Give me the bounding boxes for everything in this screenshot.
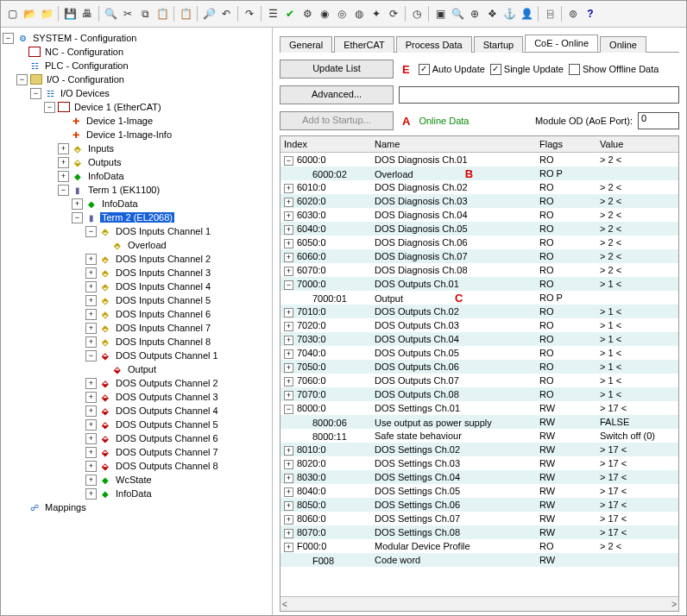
row-expander-icon[interactable]: + bbox=[284, 391, 293, 400]
row-expander-icon[interactable]: + bbox=[284, 267, 293, 276]
table-row[interactable]: +6030:0DOS Diagnosis Ch.04RO> 2 < bbox=[280, 208, 678, 222]
toolbar-paste2-icon[interactable]: 📋 bbox=[178, 6, 193, 22]
row-expander-icon[interactable]: + bbox=[284, 501, 293, 511]
expander-icon[interactable]: + bbox=[85, 392, 97, 403]
table-row[interactable]: +7020:0DOS Outputs Ch.03RO> 1 < bbox=[280, 318, 678, 332]
table-row[interactable]: +6050:0DOS Diagnosis Ch.06RO> 2 < bbox=[280, 236, 678, 249]
tree-item[interactable]: −I/O - Configuration bbox=[3, 72, 270, 86]
table-row[interactable]: +7060:0DOS Outputs Ch.07RO> 1 < bbox=[280, 374, 678, 387]
col-flags[interactable]: Flags bbox=[536, 139, 596, 149]
toolbar-refresh-icon[interactable]: ⟳ bbox=[386, 6, 401, 22]
tree-item[interactable]: ✚Device 1-Image bbox=[3, 114, 270, 128]
tab-startup[interactable]: Startup bbox=[474, 36, 523, 53]
row-expander-icon[interactable]: + bbox=[284, 474, 293, 483]
tree-item[interactable]: +⬙DOS Outputs Channel 2 bbox=[3, 376, 270, 390]
toolbar-net3-icon[interactable]: ◍ bbox=[351, 6, 367, 22]
nav-tree[interactable]: −⚙SYSTEM - ConfigurationNC - Configurati… bbox=[1, 28, 273, 615]
table-row[interactable]: +7030:0DOS Outputs Ch.04RO> 1 < bbox=[280, 332, 678, 346]
table-row[interactable]: +8060:0DOS Settings Ch.07RW> 17 < bbox=[280, 512, 678, 525]
update-list-button[interactable]: Update List bbox=[280, 60, 394, 79]
expander-icon[interactable]: + bbox=[85, 433, 97, 444]
tree-item[interactable]: −⚙SYSTEM - Configuration bbox=[3, 31, 270, 45]
tree-item[interactable]: +⬘DOS Inputs Channel 8 bbox=[3, 335, 270, 349]
table-row[interactable]: 8000:11Safe state behaviourRWSwitch off … bbox=[280, 429, 678, 443]
toolbar-net1-icon[interactable]: ◉ bbox=[317, 6, 332, 22]
toolbar-link-icon[interactable]: ⚙ bbox=[299, 6, 315, 22]
row-expander-icon[interactable]: + bbox=[284, 211, 293, 221]
row-expander-icon[interactable]: + bbox=[284, 515, 293, 525]
expander-icon[interactable]: − bbox=[85, 226, 97, 237]
col-index[interactable]: Index bbox=[280, 139, 371, 149]
toolbar-watch-icon[interactable]: ⊚ bbox=[565, 6, 581, 22]
table-row[interactable]: 8000:06Use output as power supplyDRWFALS… bbox=[280, 415, 678, 429]
tab-online[interactable]: Online bbox=[600, 36, 646, 53]
tree-item[interactable]: ☍Mappings bbox=[3, 500, 270, 514]
table-row[interactable]: +7050:0DOS Outputs Ch.06RO> 1 < bbox=[280, 360, 678, 374]
tree-item[interactable]: ☷PLC - Configuration bbox=[3, 59, 270, 72]
single-update-check[interactable]: ✓ Single Update bbox=[490, 64, 564, 75]
table-row[interactable]: +8050:0DOS Settings Ch.06RW> 17 < bbox=[280, 498, 678, 512]
tree-item[interactable]: +⬙DOS Outputs Channel 4 bbox=[3, 404, 270, 418]
expander-icon[interactable]: + bbox=[85, 461, 97, 472]
tree-item[interactable]: −⬘DOS Inputs Channel 1 bbox=[3, 224, 270, 238]
h-scrollbar[interactable]: <> bbox=[280, 596, 678, 611]
tree-item[interactable]: +⬘DOS Inputs Channel 6 bbox=[3, 307, 270, 321]
toolbar-tool1-icon[interactable]: ▣ bbox=[432, 6, 448, 22]
expander-icon[interactable]: + bbox=[85, 323, 97, 334]
table-row[interactable]: +6040:0DOS Diagnosis Ch.05RO> 2 < bbox=[280, 222, 678, 236]
module-od-input[interactable]: 0 bbox=[638, 112, 679, 129]
tree-item[interactable]: +⬙DOS Outputs Channel 8 bbox=[3, 459, 270, 473]
filter-input[interactable] bbox=[399, 86, 679, 104]
expander-icon[interactable]: + bbox=[85, 336, 97, 348]
toolbar-new-icon[interactable]: ▢ bbox=[4, 6, 20, 22]
tree-item[interactable]: ⬘Overload bbox=[3, 238, 270, 252]
expander-icon[interactable]: − bbox=[3, 33, 14, 44]
toolbar-check-icon[interactable]: ✔ bbox=[282, 6, 298, 22]
expander-icon[interactable]: − bbox=[30, 88, 41, 99]
expander-icon[interactable]: + bbox=[85, 378, 97, 389]
toolbar-search-icon[interactable]: 🔍 bbox=[450, 6, 465, 22]
tree-item[interactable]: NC - Configuration bbox=[3, 45, 270, 59]
expander-icon[interactable]: + bbox=[58, 157, 69, 168]
row-expander-icon[interactable]: + bbox=[284, 446, 293, 456]
table-row[interactable]: +F000:0Modular Device ProfileRO> 2 < bbox=[280, 539, 678, 553]
toolbar-open2-icon[interactable]: 📁 bbox=[39, 6, 54, 22]
tree-item[interactable]: −Device 1 (EtherCAT) bbox=[3, 100, 270, 114]
tree-item[interactable]: +⬙DOS Outputs Channel 6 bbox=[3, 431, 270, 445]
expander-icon[interactable]: + bbox=[85, 295, 97, 306]
tree-item[interactable]: −▮Term 2 (EL2068) bbox=[3, 211, 270, 224]
tree-item[interactable]: +⬘DOS Inputs Channel 4 bbox=[3, 280, 270, 293]
toolbar-help-icon[interactable]: ? bbox=[583, 6, 598, 22]
tree-item[interactable]: +⬘DOS Inputs Channel 7 bbox=[3, 321, 270, 335]
expander-icon[interactable]: + bbox=[58, 143, 69, 154]
add-to-startup-button[interactable]: Add to Startup... bbox=[280, 111, 394, 130]
tree-item[interactable]: +⬙DOS Outputs Channel 3 bbox=[3, 390, 270, 404]
expander-icon[interactable]: − bbox=[72, 212, 83, 223]
toolbar-paste-icon[interactable]: 📋 bbox=[154, 6, 170, 22]
auto-update-check[interactable]: ✓ Auto Update bbox=[419, 64, 485, 75]
table-row[interactable]: +6020:0DOS Diagnosis Ch.03RO> 2 < bbox=[280, 194, 678, 208]
toolbar-redo-icon[interactable]: ↷ bbox=[242, 6, 257, 22]
row-expander-icon[interactable]: + bbox=[284, 239, 293, 248]
tree-item[interactable]: +⬘DOS Inputs Channel 5 bbox=[3, 293, 270, 307]
expander-icon[interactable]: + bbox=[85, 475, 97, 486]
table-row[interactable]: +8010:0DOS Settings Ch.02RW> 17 < bbox=[280, 443, 678, 456]
tree-item[interactable]: +⬘DOS Inputs Channel 2 bbox=[3, 252, 270, 266]
table-row[interactable]: +7010:0DOS Outputs Ch.02RO> 1 < bbox=[280, 305, 678, 318]
tree-item[interactable]: −⬙DOS Outputs Channel 1 bbox=[3, 349, 270, 362]
toolbar-cut-icon[interactable]: ✂ bbox=[120, 6, 136, 22]
expander-icon[interactable]: + bbox=[85, 267, 97, 279]
toolbar-net2-icon[interactable]: ◎ bbox=[334, 6, 350, 22]
tree-item[interactable]: −▮Term 1 (EK1100) bbox=[3, 183, 270, 197]
expander-icon[interactable]: − bbox=[85, 350, 97, 361]
toolbar-save-icon[interactable]: 💾 bbox=[62, 6, 78, 22]
tab-ethercat[interactable]: EtherCAT bbox=[334, 36, 394, 53]
table-row[interactable]: +8040:0DOS Settings Ch.05RW> 17 < bbox=[280, 484, 678, 498]
toolbar-anchor-icon[interactable]: ⚓ bbox=[501, 6, 517, 22]
table-row[interactable]: +7070:0DOS Outputs Ch.08RO> 1 < bbox=[280, 387, 678, 401]
row-expander-icon[interactable]: + bbox=[284, 363, 293, 373]
expander-icon[interactable]: + bbox=[85, 488, 97, 500]
tree-item[interactable]: +⬙DOS Outputs Channel 7 bbox=[3, 445, 270, 459]
toolbar-user-icon[interactable]: 👤 bbox=[519, 6, 534, 22]
advanced-button[interactable]: Advanced... bbox=[280, 85, 394, 104]
